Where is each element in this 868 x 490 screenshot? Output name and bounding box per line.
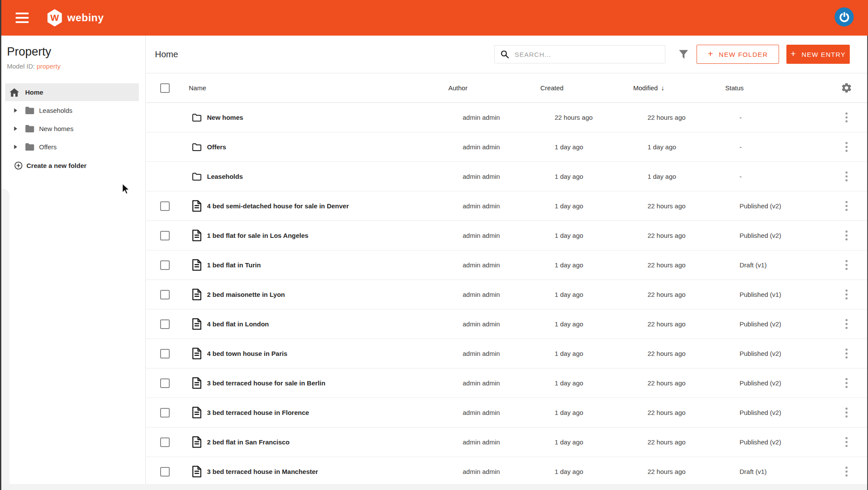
row-name[interactable]: 1 bed flat for sale in Los Angeles [207,232,463,239]
webiny-hexagon-icon: W [47,9,62,26]
row-checkbox[interactable] [160,201,170,211]
row-checkbox[interactable] [160,349,170,358]
table-row-entry-5[interactable]: 1 bed flat in Turin admin admin 1 day ag… [146,250,868,280]
caret-right-icon[interactable] [14,145,17,149]
document-icon [192,259,202,271]
row-name[interactable]: 4 bed flat in London [207,320,463,328]
table-row-entry-3[interactable]: 4 bed semi-detached house for sale in De… [146,191,868,221]
row-name[interactable]: 2 bed flat in San Francisco [207,438,463,446]
row-more-kebab-icon[interactable] [843,404,850,421]
table-row-entry-10[interactable]: 3 bed terraced house in Florence admin a… [146,398,868,428]
new-folder-button[interactable]: + NEW FOLDER [697,45,779,64]
row-checkbox[interactable] [160,319,170,329]
table-settings-gear-icon[interactable] [841,82,852,94]
column-header-status[interactable]: Status [725,84,825,92]
folder-icon [25,106,35,115]
sidebar-folder-item-2[interactable]: Offers [0,138,146,156]
table-row-folder-2[interactable]: Leaseholds admin admin 1 day ago 1 day a… [146,162,868,191]
search-box [494,45,665,63]
row-more-kebab-icon[interactable] [843,345,850,362]
row-author: admin admin [463,291,555,298]
row-name[interactable]: Offers [207,143,463,151]
row-name[interactable]: 3 bed terraced house in Manchester [207,468,463,475]
row-name[interactable]: Leaseholds [207,173,463,180]
bottom-strip [0,484,868,490]
row-more-kebab-icon[interactable] [843,434,850,451]
row-name[interactable]: 2 bed maisonette in Lyon [207,291,463,298]
row-more-kebab-icon[interactable] [843,257,850,273]
row-status: Draft (v1) [740,468,825,475]
caret-right-icon[interactable] [14,126,17,131]
drawer-edge [0,189,10,490]
row-author: admin admin [463,320,555,328]
document-icon [192,377,202,389]
row-created: 1 day ago [555,232,648,239]
table-row-entry-6[interactable]: 2 bed maisonette in Lyon admin admin 1 d… [146,280,868,309]
menu-icon[interactable] [16,13,29,23]
table-body: New homes admin admin 22 hours ago 22 ho… [146,103,868,487]
table-row-entry-4[interactable]: 1 bed flat for sale in Los Angeles admin… [146,221,868,250]
document-icon [192,230,202,241]
table-row-folder-0[interactable]: New homes admin admin 22 hours ago 22 ho… [146,103,868,132]
column-header-name[interactable]: Name [174,84,448,92]
document-icon [192,318,202,330]
row-name[interactable]: 3 bed terraced house in Florence [207,409,463,416]
column-header-author[interactable]: Author [448,84,540,92]
row-name[interactable]: 1 bed flat in Turin [207,261,463,269]
row-name[interactable]: New homes [207,114,463,121]
table-row-entry-8[interactable]: 4 bed town house in Paris admin admin 1 … [146,339,868,368]
row-checkbox[interactable] [160,467,170,477]
breadcrumb-title: Home [155,49,178,59]
column-header-created[interactable]: Created [540,84,633,92]
document-icon [192,436,202,448]
row-checkbox[interactable] [160,231,170,240]
row-more-kebab-icon[interactable] [843,286,850,303]
row-more-kebab-icon[interactable] [843,316,850,332]
table-row-entry-7[interactable]: 4 bed flat in London admin admin 1 day a… [146,309,868,339]
new-entry-button[interactable]: + NEW ENTRY [786,45,850,64]
row-checkbox[interactable] [160,378,170,388]
create-folder-button[interactable]: Create a new folder [14,161,86,170]
table-row-entry-12[interactable]: 3 bed terraced house in Manchester admin… [146,457,868,487]
row-status: - [740,143,825,151]
row-author: admin admin [463,143,555,151]
row-more-kebab-icon[interactable] [843,138,850,155]
row-checkbox[interactable] [160,290,170,299]
row-more-kebab-icon[interactable] [843,227,850,244]
row-modified: 22 hours ago [648,261,740,269]
row-author: admin admin [463,261,555,269]
row-modified: 22 hours ago [648,114,740,121]
table-header: Name Author Created Modified ↓ Status [146,73,868,103]
column-header-modified[interactable]: Modified ↓ [633,84,725,92]
row-author: admin admin [463,468,555,475]
table-row-entry-11[interactable]: 2 bed flat in San Francisco admin admin … [146,428,868,457]
sidebar-folder-item-1[interactable]: New homes [0,119,146,138]
document-icon [192,407,202,418]
table-row-folder-1[interactable]: Offers admin admin 1 day ago 1 day ago - [146,132,868,162]
row-name[interactable]: 3 bed terraced house for sale in Berlin [207,379,463,387]
row-created: 1 day ago [555,409,648,416]
caret-right-icon[interactable] [14,108,17,113]
row-checkbox[interactable] [160,260,170,270]
folder-icon [25,143,35,151]
row-modified: 22 hours ago [648,320,740,328]
sidebar-folder-item-0[interactable]: Leaseholds [0,101,146,119]
table-row-entry-9[interactable]: 3 bed terraced house for sale in Berlin … [146,368,868,398]
search-input[interactable] [515,51,665,58]
user-avatar[interactable] [835,7,854,26]
row-name[interactable]: 4 bed town house in Paris [207,350,463,357]
row-name[interactable]: 4 bed semi-detached house for sale in De… [207,202,463,210]
row-more-kebab-icon[interactable] [843,109,850,126]
select-all-checkbox[interactable] [160,83,170,93]
row-checkbox[interactable] [160,437,170,447]
filter-icon[interactable] [678,49,689,60]
folder-icon [25,125,35,133]
row-more-kebab-icon[interactable] [843,375,850,391]
row-author: admin admin [463,202,555,210]
row-more-kebab-icon[interactable] [843,463,850,480]
row-checkbox[interactable] [160,408,170,418]
row-more-kebab-icon[interactable] [843,197,850,214]
sidebar-item-home[interactable]: Home [5,83,139,101]
webiny-logo[interactable]: W webiny [47,9,104,26]
row-more-kebab-icon[interactable] [843,168,850,185]
